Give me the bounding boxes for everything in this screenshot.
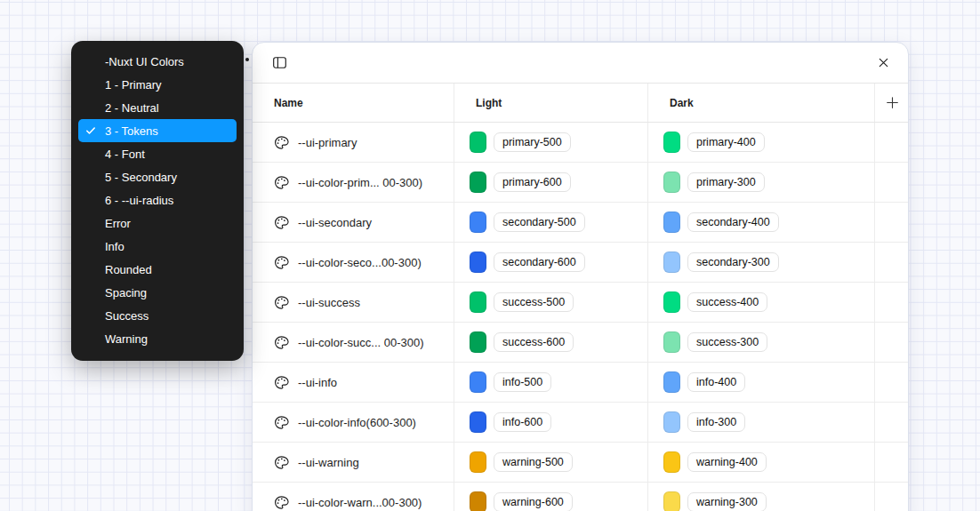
extra-cell [875, 163, 909, 202]
dark-value-cell[interactable]: primary-400 [648, 123, 875, 162]
table-row[interactable]: --ui-color-succ... 00-300) success-600 s… [253, 323, 908, 363]
light-value-cell[interactable]: secondary-500 [454, 203, 648, 242]
table-row[interactable]: --ui-color-warn...00-300) warning-600 wa… [253, 483, 908, 511]
toggle-sidebar-button[interactable] [269, 52, 290, 74]
menu-item[interactable]: Spacing [78, 281, 237, 304]
menu-item-label: 4 - Font [105, 148, 145, 161]
light-token-badge: primary-600 [494, 172, 571, 192]
name-cell[interactable]: --ui-color-info(600-300) [253, 403, 454, 442]
light-token-badge: info-600 [494, 412, 551, 432]
light-value-cell[interactable]: success-500 [454, 283, 648, 322]
light-token-badge: success-500 [494, 292, 574, 312]
light-token-badge: warning-600 [494, 492, 573, 511]
table-row[interactable]: --ui-secondary secondary-500 secondary-4… [253, 203, 908, 243]
dark-value-cell[interactable]: info-300 [648, 403, 875, 442]
palette-icon [274, 335, 289, 350]
dark-value-cell[interactable]: secondary-300 [648, 243, 875, 282]
variable-name: --ui-color-info(600-300) [298, 416, 416, 429]
light-color-swatch [470, 212, 486, 233]
menu-item-label: 5 - Secondary [105, 171, 177, 184]
menu-item[interactable]: 5 - Secondary [78, 165, 237, 188]
extra-cell [875, 443, 909, 482]
table-row[interactable]: --ui-color-info(600-300) info-600 info-3… [253, 403, 908, 443]
table-row[interactable]: --ui-color-seco...00-300) secondary-600 … [253, 243, 908, 283]
name-cell[interactable]: --ui-secondary [253, 203, 454, 242]
table-row[interactable]: --ui-info info-500 info-400 [253, 363, 908, 403]
name-cell[interactable]: --ui-warning [253, 443, 454, 482]
name-cell[interactable]: --ui-color-warn...00-300) [253, 483, 454, 511]
light-color-swatch [470, 331, 486, 353]
menu-item-label: Info [105, 240, 125, 253]
light-value-cell[interactable]: success-600 [454, 323, 648, 362]
dark-value-cell[interactable]: info-400 [648, 363, 875, 402]
light-value-cell[interactable]: primary-600 [454, 163, 648, 202]
dark-token-badge: success-400 [687, 292, 767, 312]
name-cell[interactable]: --ui-info [253, 363, 454, 402]
menu-item[interactable]: Rounded [78, 258, 237, 281]
close-button[interactable] [872, 52, 894, 74]
name-cell[interactable]: --ui-color-prim... 00-300) [253, 163, 454, 202]
menu-item[interactable]: Info [78, 235, 237, 258]
dark-token-badge: info-400 [687, 372, 745, 392]
table-row[interactable]: --ui-warning warning-500 warning-400 [253, 443, 908, 483]
light-value-cell[interactable]: secondary-600 [454, 243, 648, 282]
dark-value-cell[interactable]: secondary-400 [648, 203, 875, 242]
variable-name: --ui-color-prim... 00-300) [298, 176, 422, 189]
menu-item[interactable]: Warning [78, 327, 237, 350]
dark-color-swatch [663, 491, 680, 511]
table-row[interactable]: --ui-success success-500 success-400 [253, 283, 908, 323]
panel-toolbar [253, 43, 908, 84]
light-token-badge: warning-500 [494, 452, 573, 472]
check-icon [85, 125, 96, 136]
dark-color-swatch [663, 172, 680, 193]
dark-token-badge: secondary-300 [687, 252, 779, 272]
light-value-cell[interactable]: warning-600 [454, 483, 648, 511]
extra-cell [875, 283, 909, 322]
menu-item[interactable]: 6 - --ui-radius [78, 188, 237, 212]
light-value-cell[interactable]: info-600 [454, 403, 648, 442]
name-cell[interactable]: --ui-color-succ... 00-300) [253, 323, 454, 362]
light-value-cell[interactable]: info-500 [454, 363, 648, 402]
table-row[interactable]: --ui-primary primary-500 primary-400 [253, 123, 908, 163]
menu-item[interactable]: Error [78, 212, 237, 235]
menu-item[interactable]: Success [78, 304, 237, 327]
dark-value-cell[interactable]: success-400 [648, 283, 875, 322]
dark-value-cell[interactable]: success-300 [648, 323, 875, 362]
dark-token-badge: info-300 [687, 412, 745, 432]
light-color-swatch [470, 291, 486, 313]
name-cell[interactable]: --ui-color-seco...00-300) [253, 243, 454, 282]
add-mode-button[interactable] [875, 84, 909, 122]
light-color-swatch [470, 252, 486, 273]
menu-item-label: 2 - Neutral [105, 101, 159, 115]
dark-token-badge: secondary-400 [687, 212, 779, 232]
variable-name: --ui-warning [298, 456, 359, 469]
dark-color-swatch [663, 331, 680, 353]
menu-item-label: Rounded [105, 263, 152, 276]
light-token-badge: info-500 [494, 372, 551, 392]
dark-color-swatch [663, 371, 680, 393]
light-value-cell[interactable]: warning-500 [454, 443, 648, 482]
table-row[interactable]: --ui-color-prim... 00-300) primary-600 p… [253, 163, 908, 203]
dark-token-badge: primary-400 [687, 132, 765, 152]
dark-value-cell[interactable]: primary-300 [648, 163, 875, 202]
light-value-cell[interactable]: primary-500 [454, 123, 648, 162]
menu-item[interactable]: 1 - Primary [78, 73, 237, 96]
dark-value-cell[interactable]: warning-300 [648, 483, 875, 511]
menu-item[interactable]: 4 - Font [78, 142, 237, 165]
light-color-swatch [470, 411, 486, 433]
dark-color-swatch [663, 252, 680, 273]
dark-value-cell[interactable]: warning-400 [648, 443, 875, 482]
menu-item[interactable]: -Nuxt UI Colors [78, 50, 237, 73]
extra-cell [875, 203, 909, 242]
column-header-dark: Dark [648, 84, 875, 122]
sidebar-toggle-icon [272, 55, 287, 70]
menu-item[interactable]: 2 - Neutral [78, 96, 237, 119]
name-cell[interactable]: --ui-primary [253, 123, 454, 162]
table-header: Name Light Dark [253, 84, 908, 123]
hidden-caret-dot [245, 58, 249, 61]
menu-item-label: 6 - --ui-radius [105, 194, 173, 207]
light-color-swatch [470, 371, 486, 393]
menu-item[interactable]: 3 - Tokens [78, 119, 237, 142]
name-cell[interactable]: --ui-success [253, 283, 454, 322]
palette-icon [274, 295, 289, 310]
